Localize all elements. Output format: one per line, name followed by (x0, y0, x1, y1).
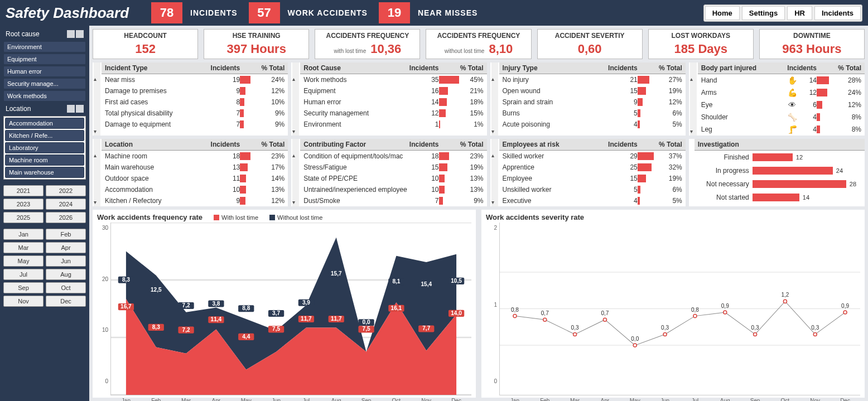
bodypart-icon: ✋ (784, 76, 800, 85)
scroll-down-icon[interactable]: ▾ (292, 199, 295, 205)
filter-icon[interactable] (76, 30, 84, 38)
slicer-item[interactable]: Security manage... (3, 78, 86, 89)
row-name: Condition of equipment/tools/mac (303, 152, 422, 160)
row-pct: 13% (461, 186, 484, 194)
scroll-track[interactable] (292, 62, 299, 136)
nav-hr[interactable]: HR (787, 6, 812, 20)
row-bar (638, 186, 640, 194)
row-name: Main warehouse (105, 163, 223, 171)
stat-value: 78 (151, 2, 182, 23)
table-row: Sprain and strain912% (499, 96, 686, 108)
month-filter[interactable]: Dec (46, 296, 86, 307)
month-filter[interactable]: Oct (46, 282, 86, 293)
table-row: Main warehouse1317% (102, 162, 288, 173)
svg-text:0,3: 0,3 (811, 325, 819, 331)
slicer-item[interactable]: Kitchen / Refe... (5, 130, 84, 141)
row-name: Work methods (303, 76, 422, 84)
year-filter[interactable]: 2023 (3, 199, 44, 210)
scroll-down-icon[interactable]: ▾ (491, 199, 494, 205)
scroll-track[interactable] (94, 139, 100, 206)
scroll-down-icon[interactable]: ▾ (690, 128, 693, 134)
row-bar (240, 76, 250, 84)
x-axis: JanFebMarAprMayJunJulAugSepOctNovDec (111, 398, 471, 401)
nav-home[interactable]: Home (705, 6, 740, 20)
scroll-up-icon[interactable]: ▴ (491, 152, 494, 158)
multiselect-icon[interactable] (67, 30, 75, 38)
scroll-down-icon[interactable]: ▾ (94, 199, 97, 205)
row-pct: 6% (660, 186, 682, 194)
row-name: Kitchen / Refectory (105, 197, 223, 205)
month-filter[interactable]: Jan (3, 229, 44, 240)
multiselect-icon[interactable] (67, 105, 75, 113)
kpi-sub: with lost time (334, 48, 366, 54)
row-pct: 24% (839, 89, 861, 96)
svg-text:4,4: 4,4 (242, 334, 250, 340)
row-val: 4 (621, 197, 638, 205)
kpi-title: ACCIDENTS FREQUENCY (317, 32, 417, 40)
year-filter[interactable]: 2025 (3, 212, 44, 223)
scroll-up-icon[interactable]: ▴ (94, 152, 97, 158)
scroll-up-icon[interactable]: ▴ (94, 76, 97, 82)
nav-settings[interactable]: Settings (742, 6, 785, 20)
year-filter[interactable]: 2022 (46, 185, 86, 196)
slicer-item[interactable]: Machine room (5, 154, 84, 166)
row-bar (240, 109, 244, 117)
scroll-track[interactable] (491, 139, 498, 206)
scroll-up-icon[interactable]: ▴ (690, 76, 693, 82)
filter-icon[interactable] (76, 105, 84, 113)
month-filter[interactable]: Aug (46, 269, 86, 280)
svg-text:16,7: 16,7 (120, 303, 132, 310)
x-axis: JanFebMarAprMayJunJulAugSepOctNovDec (500, 398, 860, 401)
slicer-item[interactable]: Environment (3, 41, 86, 52)
slicer-item[interactable]: Work methods (3, 90, 86, 102)
month-filter[interactable]: Sep (3, 282, 44, 293)
scroll-up-icon[interactable]: ▴ (491, 76, 494, 82)
table-row: Shoulder🦴48% (698, 111, 865, 123)
row-pct: 8% (839, 113, 861, 121)
scroll-down-icon[interactable]: ▾ (94, 128, 97, 134)
slicer-item[interactable]: Human error (3, 66, 86, 77)
month-filter[interactable]: Jun (46, 255, 86, 267)
table-row: Leg🦵48% (698, 123, 865, 136)
month-filter[interactable]: Feb (46, 229, 86, 240)
slicer-item[interactable]: Laboratory (5, 142, 84, 153)
scroll-track[interactable] (491, 62, 498, 136)
table-row: Dust/Smoke79% (300, 195, 486, 206)
nav-incidents[interactable]: Incidents (814, 6, 861, 20)
row-val: 29 (621, 152, 638, 160)
row-bar (240, 98, 244, 106)
row-pct: 9% (461, 197, 484, 205)
row-pct: 6% (660, 109, 682, 117)
kpi-value: 152 (135, 42, 156, 56)
row-bar (240, 87, 245, 95)
row-bar (439, 87, 449, 95)
month-filter[interactable]: May (3, 255, 44, 267)
month-filter[interactable]: Mar (3, 242, 44, 253)
scroll-track[interactable] (94, 62, 100, 136)
scroll-up-icon[interactable]: ▴ (292, 76, 295, 82)
scroll-down-icon[interactable]: ▾ (491, 128, 494, 134)
slicer-item[interactable]: Equipment (3, 54, 86, 65)
month-filter[interactable]: Jul (3, 269, 44, 280)
scroll-track[interactable] (292, 139, 299, 206)
scroll-down-icon[interactable]: ▾ (292, 128, 295, 134)
row-val: 21 (621, 76, 638, 84)
svg-text:7,7: 7,7 (422, 325, 430, 331)
slicer-item[interactable]: Accommodation (5, 118, 84, 129)
row-bar (439, 175, 445, 182)
scroll-track[interactable] (690, 62, 697, 136)
inv-label: Not necessary (698, 180, 749, 188)
scroll-up-icon[interactable]: ▴ (292, 152, 295, 158)
slicer-location[interactable]: AccommodationKitchen / Refe...Laboratory… (3, 116, 86, 180)
panel-injury-type: ▴ ▾ Injury TypeIncidents% TotalNo injury… (490, 62, 686, 136)
month-filter[interactable]: Apr (46, 242, 86, 253)
month-filter[interactable]: Nov (3, 296, 44, 307)
year-filter[interactable]: 2026 (46, 212, 86, 223)
inv-label: In progress (698, 167, 749, 175)
row-name: Skilled worker (503, 152, 621, 160)
slicer-item[interactable]: Main warehouse (5, 167, 84, 178)
row-val: 16 (422, 87, 439, 95)
header-stat: 78INCIDENTS (151, 2, 237, 23)
year-filter[interactable]: 2021 (3, 185, 44, 196)
year-filter[interactable]: 2024 (46, 199, 86, 210)
